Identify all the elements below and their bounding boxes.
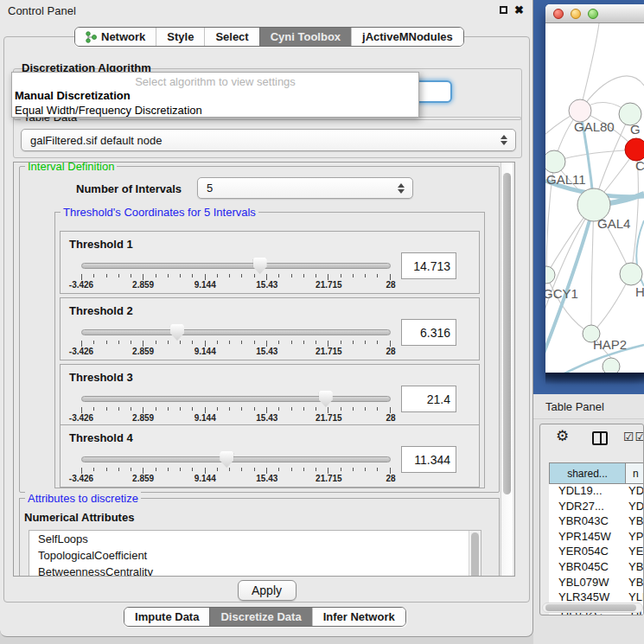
cell: YBL0 [626, 576, 644, 591]
cell: YDR2 [626, 500, 644, 515]
settings-scrollbar[interactable] [501, 163, 513, 576]
threshold-3-panel: Threshold 3 -3.4262.8599.14415.4321.7152… [60, 364, 480, 427]
node-label-gal4: GAL4 [597, 216, 630, 231]
table-row[interactable]: YPR145WYPR1 [549, 530, 644, 545]
bottom-tabstrip: Impute Data Discretize Data Infer Networ… [124, 607, 406, 627]
threshold-4-axis-labels: -3.4262.8599.14415.4321.71528 [81, 474, 391, 484]
threshold-4-ticks [81, 468, 391, 474]
threshold-2-slider-track[interactable] [81, 329, 391, 335]
list-item[interactable]: BetweennessCentrality [29, 564, 481, 577]
tab-style-label: Style [167, 30, 194, 43]
threshold-3-slider-track[interactable] [81, 396, 391, 402]
cell: YBR0 [626, 514, 644, 530]
zoom-traffic-light[interactable] [588, 9, 598, 19]
threshold-1-panel: Threshold 1 -3.4262.8599.14415.4321.7152… [60, 231, 480, 294]
window-title: Control Panel [8, 4, 76, 17]
threshold-4-slider-thumb[interactable] [220, 451, 233, 468]
table-row[interactable]: YDR27...YDR2 [549, 500, 644, 515]
node-gcy1[interactable] [545, 266, 555, 284]
cell: YPR145W [549, 530, 626, 545]
table-panel-header: Table Panel [533, 394, 644, 419]
cell: YBR045C [549, 560, 626, 576]
combo-arrows-icon [398, 183, 405, 194]
node-label-hap2: HAP2 [593, 337, 627, 352]
float-window-icon[interactable] [500, 6, 507, 14]
node-label-gcy1: GCY1 [545, 286, 578, 301]
threshold-1-value-field[interactable]: 14.713 [401, 252, 456, 279]
list-scrollbar[interactable] [469, 531, 481, 577]
table-row[interactable]: YER054CYER0 [549, 545, 644, 560]
tab-select[interactable]: Select [204, 28, 258, 46]
threshold-4-slider-track[interactable] [81, 456, 391, 462]
threshold-3-axis-labels: -3.4262.8599.14415.4321.71528 [81, 413, 391, 424]
numerical-attributes-label: Numerical Attributes [24, 511, 134, 524]
node-partial-bottom[interactable] [603, 358, 620, 373]
threshold-4-value-field[interactable]: 11.344 [401, 446, 456, 473]
minimize-traffic-light[interactable] [571, 9, 581, 19]
table-row[interactable]: YDL19...YDL1 [549, 484, 644, 500]
threshold-2-ticks [81, 341, 391, 347]
tab-network[interactable]: Network [75, 28, 156, 46]
table-row[interactable]: YBR045CYBR0 [549, 560, 644, 576]
table-data-combobox[interactable]: galFiltered.sif default node [21, 129, 516, 151]
cell: YPR1 [626, 530, 644, 545]
table-row[interactable]: YBL079WYBL0 [549, 576, 644, 591]
tab-cyni-toolbox[interactable]: Cyni Toolbox [259, 28, 351, 46]
table-horizontal-scrollbar[interactable] [542, 603, 643, 613]
control-panel-window: Control Panel ✖ Network Style Select Cyn… [0, 0, 533, 637]
table-row[interactable]: YBR043CYBR0 [549, 514, 644, 530]
node-table: shared... n YDL19...YDL1 YDR27...YDR2 YB… [549, 462, 644, 615]
node-label-gal11: GAL11 [546, 172, 586, 187]
threshold-2-axis-labels: -3.4262.8599.14415.4321.71528 [81, 347, 391, 357]
network-view-window: GAL80 G GAL11 GAL4 GCY1 H HAP2 C [545, 4, 644, 373]
column-header-name[interactable]: n [626, 462, 644, 484]
checkbox-icons[interactable]: ☑☑ [623, 430, 644, 443]
dropdown-item-manual-discretization[interactable]: Manual Discretization [15, 89, 131, 102]
right-panel: GAL80 G GAL11 GAL4 GCY1 H HAP2 C Table P… [533, 0, 644, 644]
number-of-intervals-combobox[interactable]: 5 [197, 177, 413, 199]
tab-select-label: Select [215, 30, 248, 43]
split-columns-icon[interactable] [592, 431, 608, 445]
network-canvas[interactable]: GAL80 G GAL11 GAL4 GCY1 H HAP2 C [545, 23, 644, 373]
threshold-1-slider-track[interactable] [81, 263, 391, 269]
gear-icon[interactable]: ⚙ [556, 427, 569, 444]
tab-style[interactable]: Style [156, 28, 204, 46]
table-header-row: shared... n [549, 462, 644, 484]
cell: YBR043C [549, 514, 626, 530]
node-right-mid[interactable] [620, 263, 642, 285]
tab-impute-data[interactable]: Impute Data [124, 608, 209, 626]
window-shadow [545, 373, 644, 385]
threshold-2-slider-thumb[interactable] [170, 324, 184, 341]
close-traffic-light[interactable] [553, 9, 564, 19]
thresholds-group: Threshold's Coordinates for 5 Intervals … [54, 212, 485, 488]
apply-button[interactable]: Apply [238, 580, 296, 601]
threshold-1-slider-thumb[interactable] [253, 258, 267, 274]
close-icon[interactable]: ✖ [514, 3, 524, 16]
node-gal11[interactable] [545, 150, 565, 173]
number-of-intervals-label: Number of Intervals [76, 182, 182, 195]
threshold-3-slider-thumb[interactable] [319, 391, 333, 407]
cell: YDL19... [549, 484, 626, 500]
cell: YER0 [626, 545, 644, 560]
threshold-2-label: Threshold 2 [69, 304, 133, 317]
dropdown-placeholder-item[interactable]: Select algorithm to view settings [12, 75, 418, 88]
threshold-2-value-field[interactable]: 6.316 [401, 319, 456, 346]
node-label-partial-g: G [630, 122, 641, 137]
tab-discretize-data[interactable]: Discretize Data [209, 608, 311, 626]
column-header-shared-name[interactable]: shared... [549, 462, 626, 484]
cell: YDR27... [549, 500, 626, 515]
number-of-intervals-value: 5 [198, 182, 213, 194]
tab-jactivemnodules[interactable]: jActiveMNodules [351, 28, 463, 46]
thresholds-group-title: Threshold's Coordinates for 5 Intervals [61, 206, 258, 219]
tab-infer-network[interactable]: Infer Network [312, 608, 405, 626]
threshold-3-value-field[interactable]: 21.4 [401, 386, 456, 412]
interval-definition-group: Interval Definition Number of Intervals … [19, 166, 500, 493]
list-item[interactable]: SelfLoops [29, 531, 481, 547]
threshold-4-label: Threshold 4 [69, 431, 133, 444]
list-item[interactable]: TopologicalCoefficient [29, 547, 481, 564]
interval-definition-title: Interval Definition [25, 162, 117, 173]
threshold-3-ticks [81, 407, 391, 413]
dropdown-item-equal-width[interactable]: Equal Width/Frequency Discretization [15, 104, 202, 117]
settings-scrollpane: Interval Definition Number of Intervals … [13, 162, 515, 577]
network-graph: GAL80 G GAL11 GAL4 GCY1 H HAP2 C [545, 23, 644, 373]
